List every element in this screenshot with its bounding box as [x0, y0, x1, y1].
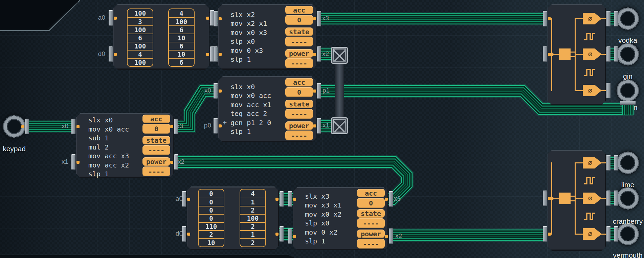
pin[interactable] [219, 53, 222, 56]
code-line[interactable]: mov x0 x3 [230, 28, 267, 37]
mcu-left-code[interactable]: slx x0mov x0 accsub 1mul 2mov acc x3mov … [88, 116, 129, 179]
pin[interactable] [21, 125, 24, 128]
output-label-vermouth: vermouth [613, 251, 643, 258]
mcu-bottom-code[interactable]: slx x3mov x3 x1mov x0 x2slp x0mov 0 x2sl… [305, 192, 341, 246]
code-line[interactable]: teq acc 2 [230, 109, 271, 118]
pin-connector[interactable] [317, 118, 321, 134]
pin[interactable] [187, 198, 190, 201]
code-line[interactable]: slx x3 [305, 192, 341, 201]
pin[interactable] [76, 125, 80, 128]
pin[interactable] [219, 90, 222, 93]
pin[interactable] [170, 161, 173, 164]
pin-connector[interactable] [288, 229, 292, 244]
code-line[interactable]: slx x0 [230, 82, 271, 92]
pin[interactable] [219, 17, 222, 20]
code-line[interactable]: slp 1 [88, 170, 129, 179]
pin[interactable] [170, 125, 173, 128]
code-line[interactable]: mov x0 acc [88, 125, 129, 134]
register-acc-value: 0 [142, 124, 170, 134]
code-line[interactable]: slx x0 [88, 116, 129, 125]
pin[interactable] [275, 198, 279, 201]
pin-connector[interactable] [317, 11, 321, 26]
pin[interactable] [548, 53, 551, 56]
pin-connector[interactable] [210, 10, 214, 26]
pin-connector[interactable] [606, 46, 610, 62]
pin-connector[interactable] [71, 119, 75, 134]
pin-connector[interactable] [543, 226, 547, 242]
code-line[interactable]: mov acc x1 [230, 100, 271, 110]
code-line[interactable]: mov 0 x3 [230, 46, 267, 55]
bridge-cap-bottom[interactable] [331, 117, 348, 134]
code-line[interactable]: mov x0 x2 [305, 210, 341, 219]
pin[interactable] [548, 17, 551, 20]
pin[interactable] [548, 197, 551, 200]
pin[interactable] [293, 235, 296, 238]
pin[interactable] [313, 53, 316, 56]
pin-connector[interactable] [280, 191, 284, 207]
pin[interactable] [206, 17, 209, 20]
pin[interactable] [114, 17, 117, 20]
pin[interactable] [114, 53, 117, 56]
pin-connector[interactable] [389, 191, 393, 207]
code-line[interactable]: sub 1 [88, 134, 129, 143]
code-line[interactable]: mov acc x2 [88, 161, 129, 170]
code-line[interactable]: mov 0 x2 [305, 228, 341, 237]
pin-connector[interactable] [543, 46, 547, 62]
code-line[interactable]: slp 1 [230, 55, 267, 64]
code-line[interactable]: slp 1 [305, 237, 341, 246]
pin[interactable] [385, 198, 388, 201]
code-line[interactable]: slp x0 [230, 37, 267, 46]
pin-connector[interactable] [288, 191, 292, 207]
pin-connector[interactable] [317, 46, 321, 62]
code-line[interactable]: mov x0 acc [230, 91, 271, 100]
code-line[interactable]: mov acc x3 [88, 152, 129, 161]
pin-connector[interactable] [606, 191, 610, 206]
pin[interactable] [313, 17, 316, 20]
code-line[interactable]: mov x2 x1 [230, 19, 267, 28]
pin-connector[interactable] [71, 154, 75, 170]
code-line[interactable]: slp x0 [305, 219, 341, 228]
pin-connector[interactable] [317, 83, 321, 99]
pin-connector[interactable] [280, 226, 284, 242]
pin[interactable] [313, 124, 316, 127]
pin-connector[interactable] [109, 46, 113, 62]
ram-cell: 100 [128, 25, 153, 34]
mcu-top-code[interactable]: slx x2mov x2 x1mov x0 x3slp x0mov 0 x3sl… [230, 10, 267, 64]
pin-connector[interactable] [389, 229, 393, 244]
terminal-pin[interactable] [614, 11, 618, 26]
terminal-pin[interactable] [614, 155, 618, 171]
pin[interactable] [219, 124, 222, 127]
pin-connector[interactable] [606, 11, 610, 26]
pin-connector[interactable] [214, 83, 218, 99]
pin-connector[interactable] [606, 226, 610, 242]
terminal-pin-keypad[interactable] [25, 119, 29, 134]
pin-connector[interactable] [543, 191, 547, 206]
circuit-board[interactable]: lemonslx x2mov x2 x1mov x0 x3slp x0mov 0… [0, 0, 644, 258]
bridge-bar[interactable] [335, 54, 344, 126]
pin[interactable] [187, 233, 190, 236]
mcu-middle-code[interactable]: slx x0mov x0 accmov acc x1teq acc 2gen p… [230, 82, 271, 136]
pin-connector[interactable] [543, 11, 547, 26]
code-line[interactable]: mul 2 [88, 143, 129, 152]
pin-connector[interactable] [210, 46, 214, 62]
code-line[interactable]: gen p1 2 0 [230, 118, 271, 127]
bridge-cap-top[interactable] [331, 47, 348, 64]
terminal-pin[interactable] [614, 226, 618, 242]
pin[interactable] [76, 161, 80, 164]
pin[interactable] [313, 90, 316, 93]
terminal-pin[interactable] [614, 46, 618, 62]
pin[interactable] [206, 53, 209, 56]
code-line[interactable]: slp 1 [230, 127, 271, 136]
pin-connector[interactable] [606, 155, 610, 171]
terminal-pin[interactable] [614, 191, 618, 206]
code-line[interactable]: slx x2 [230, 10, 267, 19]
code-line[interactable]: mov x3 x1 [305, 201, 341, 210]
pin[interactable] [548, 233, 551, 236]
pin-connector[interactable] [606, 83, 610, 98]
terminal-pin-lemon[interactable] [620, 101, 636, 105]
pin-connector[interactable] [109, 10, 113, 26]
pin-connector[interactable] [214, 118, 218, 134]
pin[interactable] [385, 235, 388, 238]
pin[interactable] [293, 198, 296, 201]
pin[interactable] [275, 233, 279, 236]
